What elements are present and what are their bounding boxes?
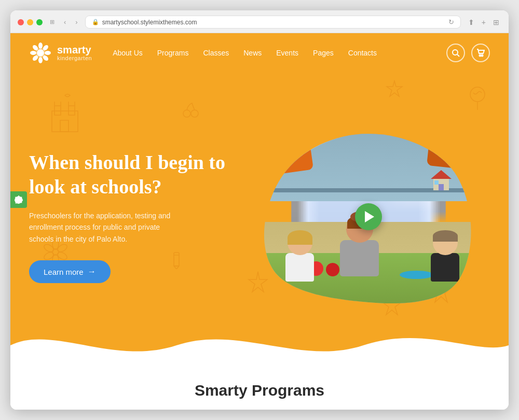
svg-point-37 — [453, 50, 458, 55]
website-content: smarty kindergarten About Us Programs Cl… — [10, 33, 509, 410]
hero-section: smarty kindergarten About Us Programs Cl… — [10, 33, 509, 366]
arrow-icon: → — [88, 267, 96, 276]
maximize-button[interactable] — [36, 19, 43, 25]
search-button[interactable] — [446, 44, 465, 62]
close-button[interactable] — [18, 19, 24, 25]
learn-more-label: Learn more — [44, 268, 84, 276]
svg-point-31 — [45, 51, 51, 55]
address-bar[interactable]: 🔒 smartyschool.stylemixthemes.com ↻ — [85, 16, 461, 29]
hero-blob — [257, 129, 480, 305]
hero-text: When should I begin to look at schools? … — [29, 150, 226, 283]
svg-rect-44 — [434, 180, 439, 185]
browser-nav-actions: ⬆ + ⊞ — [466, 17, 501, 27]
svg-marker-42 — [431, 170, 452, 179]
learn-more-button[interactable]: Learn more → — [29, 260, 111, 283]
play-button[interactable] — [355, 203, 382, 230]
svg-line-38 — [457, 54, 459, 57]
hero-image-container — [247, 129, 490, 305]
logo-subtitle: kindergarten — [57, 55, 92, 61]
traffic-lights — [18, 19, 43, 25]
minimize-button[interactable] — [27, 19, 33, 25]
svg-point-40 — [482, 55, 483, 57]
new-tab-icon[interactable]: + — [480, 17, 488, 27]
hero-title: When should I begin to look at schools? — [29, 150, 226, 200]
logo-name: smarty — [57, 45, 92, 55]
hero-body: When should I begin to look at schools? … — [10, 73, 509, 366]
settings-widget[interactable] — [10, 191, 27, 208]
url-text: smartyschool.stylemixthemes.com — [102, 19, 197, 26]
programs-section: Smarty Programs — [10, 366, 509, 410]
svg-point-39 — [480, 55, 481, 57]
programs-title: Smarty Programs — [29, 382, 490, 399]
toy-house — [428, 167, 454, 193]
nav-classes[interactable]: Classes — [203, 49, 229, 57]
svg-point-29 — [38, 43, 43, 49]
nav-about-us[interactable]: About Us — [113, 49, 143, 57]
nav-actions-right — [446, 44, 490, 62]
child1-figure — [285, 230, 314, 282]
play-triangle-icon — [365, 211, 374, 222]
lock-icon: 🔒 — [92, 19, 99, 25]
hero-description: Preschoolers for the application, testin… — [29, 210, 185, 245]
nav-pages[interactable]: Pages — [313, 49, 334, 57]
browser-window: ⊞ ‹ › 🔒 smartyschool.stylemixthemes.com … — [10, 10, 509, 410]
svg-point-33 — [38, 57, 43, 63]
logo[interactable]: smarty kindergarten — [29, 41, 92, 64]
child2-figure — [431, 230, 459, 282]
back-button[interactable]: ‹ — [62, 17, 68, 27]
nav-events[interactable]: Events — [276, 49, 298, 57]
nav-contacts[interactable]: Contacts — [348, 49, 377, 57]
navbar: smarty kindergarten About Us Programs Cl… — [10, 33, 509, 73]
svg-point-35 — [30, 51, 36, 55]
nav-links: About Us Programs Classes News Events Pa… — [113, 49, 446, 57]
reload-icon[interactable]: ↻ — [448, 18, 454, 26]
forward-button[interactable]: › — [73, 17, 79, 27]
window-mode-button[interactable]: ⊞ — [48, 18, 57, 26]
svg-point-28 — [37, 49, 44, 57]
share-icon[interactable]: ⬆ — [466, 17, 476, 27]
browser-chrome: ⊞ ‹ › 🔒 smartyschool.stylemixthemes.com … — [10, 10, 509, 33]
svg-rect-43 — [439, 184, 444, 190]
cart-button[interactable] — [471, 44, 490, 62]
grid-icon[interactable]: ⊞ — [491, 17, 501, 27]
nav-news[interactable]: News — [243, 49, 262, 57]
nav-programs[interactable]: Programs — [157, 49, 189, 57]
